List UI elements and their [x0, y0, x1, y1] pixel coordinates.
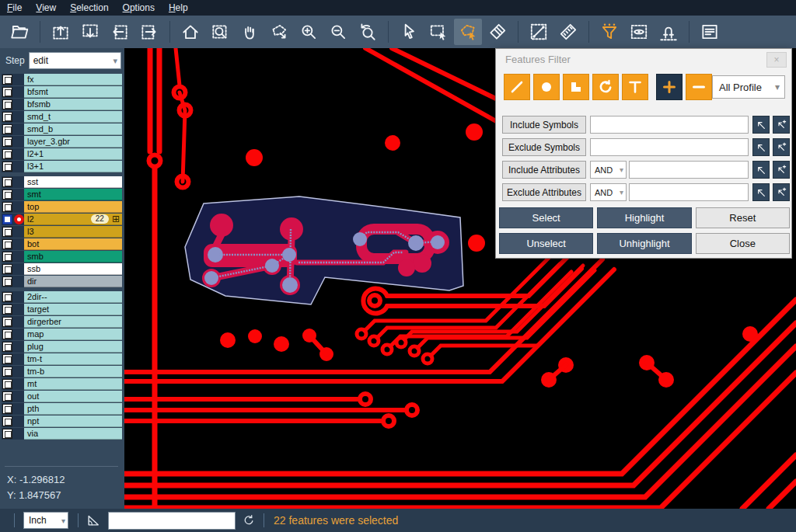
pick-add-button[interactable]: [773, 183, 790, 201]
layer-name-bar[interactable]: bfsmb: [24, 99, 122, 110]
layer-name-bar[interactable]: l2+1: [24, 148, 122, 160]
menu-file[interactable]: File: [0, 1, 29, 15]
pan-right-button[interactable]: [135, 19, 163, 45]
layer-row-dirgerber[interactable]: dirgerber: [2, 316, 122, 328]
pick-add-button[interactable]: [773, 116, 790, 134]
close-icon[interactable]: ×: [766, 52, 787, 68]
reset-button[interactable]: Reset: [696, 207, 790, 228]
layer-row-top[interactable]: top: [2, 201, 122, 213]
layer-name-bar[interactable]: sst: [24, 176, 122, 188]
pick-button[interactable]: [752, 116, 770, 134]
layer-row-smd_b[interactable]: smd_b: [2, 123, 122, 135]
pan-hand-button[interactable]: [236, 19, 264, 45]
layer-row-bot[interactable]: bot: [2, 238, 122, 250]
zoom-previous-button[interactable]: [354, 19, 382, 45]
layer-checkbox[interactable]: [2, 252, 12, 262]
menu-view[interactable]: View: [29, 1, 63, 15]
pan-left-button[interactable]: [106, 19, 134, 45]
layer-name-bar[interactable]: l3: [24, 226, 122, 238]
layer-row-l2+1[interactable]: l2+1: [2, 148, 122, 160]
layer-name-bar[interactable]: l222⊞: [24, 214, 122, 225]
menu-help[interactable]: Help: [162, 1, 195, 15]
command-input[interactable]: [108, 512, 236, 530]
layer-row-pth[interactable]: pth: [2, 403, 122, 415]
include-symbols-input[interactable]: [590, 116, 749, 134]
layer-row-tm-t[interactable]: tm-t: [2, 353, 122, 365]
include-attributes-input[interactable]: [629, 161, 749, 179]
layer-checkbox[interactable]: [2, 329, 12, 339]
layer-row-out[interactable]: out: [2, 391, 122, 402]
snap-button[interactable]: [655, 19, 683, 45]
unit-select[interactable]: Inch ▾: [23, 512, 68, 529]
layer-row-l2[interactable]: l222⊞: [2, 214, 122, 225]
layer-checkbox[interactable]: [2, 149, 12, 159]
layer-row-l3[interactable]: l3: [2, 226, 122, 238]
layer-name-bar[interactable]: 2dir--: [24, 291, 122, 303]
layer-row-layer_3.gbr[interactable]: layer_3.gbr: [2, 136, 122, 148]
unselect-button[interactable]: Unselect: [499, 233, 593, 254]
and-or-select[interactable]: AND▾: [590, 183, 627, 201]
profile-select[interactable]: All Profile ▾: [712, 75, 785, 99]
layer-checkbox[interactable]: [2, 276, 12, 287]
layer-row-2dir--[interactable]: 2dir--: [2, 291, 122, 303]
layer-row-target[interactable]: target: [2, 304, 122, 315]
pan-up-button[interactable]: [47, 19, 75, 45]
open-file-button[interactable]: [5, 19, 33, 45]
layer-checkbox[interactable]: [2, 317, 12, 327]
layer-name-bar[interactable]: smd_t: [24, 111, 122, 123]
layer-row-ssb[interactable]: ssb: [2, 263, 122, 275]
layer-name-bar[interactable]: layer_3.gbr: [24, 136, 122, 148]
layer-checkbox[interactable]: [2, 239, 12, 249]
layer-name-bar[interactable]: top: [24, 201, 122, 213]
layers-panel-button[interactable]: [696, 19, 724, 45]
layer-name-bar[interactable]: mt: [24, 378, 122, 390]
features-filter-button[interactable]: [595, 19, 623, 45]
layer-row-dir[interactable]: dir: [2, 276, 122, 287]
select-rectangle-button[interactable]: [424, 19, 452, 45]
layer-name-bar[interactable]: tm-b: [24, 366, 122, 377]
layer-name-bar[interactable]: via: [24, 428, 122, 440]
exclude-symbols-input[interactable]: [590, 138, 749, 156]
filter-pads-button[interactable]: [533, 74, 560, 100]
layer-row-map[interactable]: map: [2, 329, 122, 340]
layer-name-bar[interactable]: dir: [24, 276, 122, 287]
layer-name-bar[interactable]: l3+1: [24, 161, 122, 172]
refresh-icon[interactable]: [242, 513, 256, 527]
layer-checkbox[interactable]: [2, 87, 12, 97]
include-symbols-button[interactable]: Include Symbols: [502, 116, 586, 134]
pan-down-button[interactable]: [76, 19, 104, 45]
layer-checkbox[interactable]: [2, 416, 12, 426]
layer-checkbox[interactable]: [2, 379, 12, 389]
pick-button[interactable]: [752, 138, 770, 156]
highlight-button[interactable]: Highlight: [597, 207, 691, 228]
pick-button[interactable]: [752, 161, 770, 179]
zoom-area-button[interactable]: [206, 19, 234, 45]
filter-text-button[interactable]: [622, 74, 648, 100]
filter-arcs-button[interactable]: [592, 74, 619, 100]
remove-filter-button[interactable]: [686, 74, 712, 100]
layer-row-tm-b[interactable]: tm-b: [2, 366, 122, 377]
layer-checkbox[interactable]: [2, 137, 12, 147]
layer-checkbox[interactable]: [2, 99, 12, 110]
select-polygon-button[interactable]: [454, 19, 482, 45]
zoom-home-button[interactable]: [176, 19, 204, 45]
exclude-attributes-button[interactable]: Exclude Attributes: [502, 183, 586, 201]
dialog-titlebar[interactable]: Features Filter ×: [496, 49, 791, 69]
ruler-button[interactable]: [554, 19, 582, 45]
layer-checkbox[interactable]: [2, 404, 12, 414]
menu-options[interactable]: Options: [116, 1, 162, 15]
layer-name-bar[interactable]: map: [24, 329, 122, 340]
layer-checkbox[interactable]: [2, 177, 12, 187]
layer-row-mt[interactable]: mt: [2, 378, 122, 390]
layer-checkbox[interactable]: [2, 304, 12, 315]
layer-checkbox[interactable]: [2, 124, 12, 134]
layer-row-smt[interactable]: smt: [2, 189, 122, 200]
layer-checkbox[interactable]: [2, 162, 12, 172]
layer-checkbox[interactable]: [2, 367, 12, 377]
layer-name-bar[interactable]: fx: [24, 74, 122, 85]
exclude-attributes-input[interactable]: [629, 183, 749, 201]
layer-row-sst[interactable]: sst: [2, 176, 122, 188]
layer-checkbox[interactable]: [2, 429, 12, 439]
measure-button[interactable]: [525, 19, 553, 45]
layer-checkbox[interactable]: [2, 264, 12, 274]
